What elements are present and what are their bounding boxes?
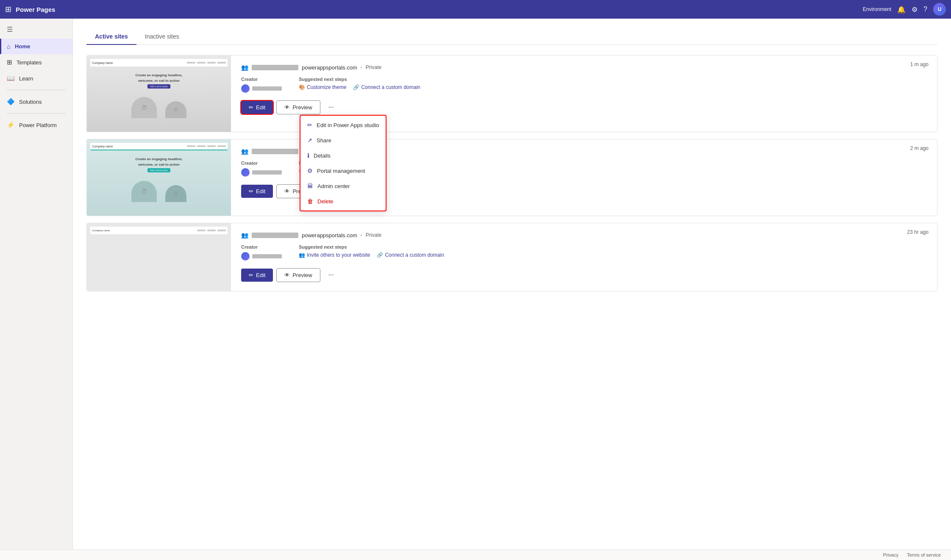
next-steps-1: 🎨 Customize theme 🔗 Connect a custom dom… [299, 84, 420, 90]
users-icon-3: 👥 [241, 232, 248, 238]
context-menu-share[interactable]: ↗ Share [300, 133, 386, 148]
templates-icon: ⊞ [7, 58, 12, 66]
solutions-icon: 🔷 [7, 98, 15, 105]
site-privacy-1: Private [366, 64, 381, 70]
sidebar-item-home[interactable]: ⌂ Home [0, 39, 72, 54]
settings-button[interactable]: ⚙ [912, 6, 918, 14]
next-step-label-3-1: Connect a custom domain [385, 252, 444, 258]
sidebar-divider-1 [7, 90, 66, 90]
creator-label-2: Creator [241, 161, 282, 166]
app-title: Power Pages [16, 6, 55, 13]
avatar[interactable]: U [933, 3, 946, 16]
creator-name-3 [252, 254, 282, 258]
site-card-2: Company name Create an engaging headline… [86, 139, 937, 216]
site-separator-3: - [361, 232, 362, 238]
site-separator-1: - [361, 64, 362, 70]
nextsteps-label-1: Suggested next steps [299, 77, 420, 82]
meta-nextsteps-1: Suggested next steps 🎨 Customize theme 🔗… [299, 77, 420, 93]
sidebar-label-power-platform: Power Platform [19, 122, 57, 128]
topbar-icons: Environment 🔔 ⚙ ? U [863, 3, 946, 16]
context-menu-edit-power-apps[interactable]: ✏ Edit in Power Apps studio [300, 117, 386, 133]
edit-button-1[interactable]: ✏ Edit [241, 101, 273, 114]
site-name-blurred-2 [252, 149, 298, 154]
context-menu-delete[interactable]: 🗑 Delete [300, 194, 386, 209]
sidebar-label-solutions: Solutions [19, 99, 42, 105]
sidebar: ☰ ⌂ Home ⊞ Templates 📖 Learn 🔷 Solutions… [0, 19, 73, 549]
context-menu-details[interactable]: ℹ Details [300, 148, 386, 163]
tab-active-sites[interactable]: Active sites [86, 29, 136, 45]
creator-avatar-2 [241, 168, 250, 177]
preview-icon-1: 👁 [284, 104, 290, 111]
creator-name-2 [252, 170, 282, 175]
site-name-blurred-1 [252, 65, 298, 70]
sidebar-item-learn[interactable]: 📖 Learn [0, 70, 72, 86]
site-domain-1: powerappsportals.com [302, 64, 357, 71]
sidebar-item-power-platform[interactable]: ⚡ Power Platform [0, 117, 72, 133]
sidebar-label-home: Home [15, 43, 30, 50]
context-details-icon: ℹ [307, 152, 309, 159]
site-thumbnail-1: Company name Create an engaging headline… [87, 55, 231, 132]
site-card-1: Company name Create an engaging headline… [86, 55, 937, 132]
next-step-1-1[interactable]: 🔗 Connect a custom domain [353, 84, 420, 90]
next-step-3-0[interactable]: 👥 Invite others to your website [299, 252, 370, 258]
sidebar-divider-2 [7, 113, 66, 114]
meta-creator-3: Creator [241, 244, 282, 261]
creator-avatar-1 [241, 84, 250, 93]
site-timestamp-1: 1 m ago [910, 61, 929, 67]
preview-icon-3: 👁 [284, 272, 290, 278]
learn-icon: 📖 [7, 75, 15, 82]
users-icon-1: 👥 [241, 64, 248, 71]
hamburger-menu[interactable]: ☰ [0, 22, 72, 37]
next-step-label-1-0: Customize theme [307, 84, 346, 90]
site-timestamp-2: 2 m ago [910, 145, 929, 151]
more-button-1[interactable]: ··· [324, 100, 339, 115]
next-step-label-3-0: Invite others to your website [307, 252, 370, 258]
context-edit-icon: ✏ [307, 122, 312, 128]
card-actions-1: ✏ Edit 👁 Preview ··· ✏ Edit in Power App… [241, 100, 927, 115]
preview-icon-2: 👁 [284, 188, 290, 194]
site-thumbnail-2: Company name Create an engaging headline… [87, 139, 231, 216]
site-meta-3: Creator Suggested next steps 👥 Invite ot… [241, 244, 927, 261]
sidebar-item-solutions[interactable]: 🔷 Solutions [0, 94, 72, 110]
site-timestamp-3: 23 hr ago [907, 229, 929, 235]
creator-name-1 [252, 86, 282, 91]
site-name-row-1: 👥 powerappsportals.com - Private [241, 64, 927, 71]
power-platform-icon: ⚡ [7, 121, 15, 129]
context-portal-icon: ⚙ [307, 167, 313, 174]
footer: Privacy Terms of service [0, 549, 951, 560]
preview-button-3[interactable]: 👁 Preview [276, 268, 320, 282]
next-steps-3: 👥 Invite others to your website 🔗 Connec… [299, 252, 444, 258]
terms-link[interactable]: Terms of service [907, 552, 941, 557]
main-content: Active sites Inactive sites Company name [73, 19, 951, 549]
context-portal-label: Portal management [317, 168, 365, 174]
preview-button-1[interactable]: 👁 Preview [276, 100, 320, 114]
context-menu: ✏ Edit in Power Apps studio ↗ Share ℹ De… [300, 115, 387, 211]
context-menu-admin-center[interactable]: 🏛 Admin center [300, 178, 386, 194]
privacy-link[interactable]: Privacy [883, 552, 898, 557]
creator-label-1: Creator [241, 77, 282, 82]
context-details-label: Details [314, 152, 331, 159]
site-name-blurred-3 [252, 233, 298, 238]
context-share-icon: ↗ [307, 137, 312, 144]
site-info-3: 23 hr ago 👥 powerappsportals.com - Priva… [231, 223, 937, 291]
context-share-label: Share [317, 137, 331, 144]
next-step-3-1[interactable]: 🔗 Connect a custom domain [377, 252, 444, 258]
help-button[interactable]: ? [923, 6, 927, 13]
edit-button-3[interactable]: ✏ Edit [241, 269, 273, 282]
edit-icon-3: ✏ [249, 272, 253, 278]
creator-avatar-3 [241, 252, 250, 261]
nextsteps-label-3: Suggested next steps [299, 244, 444, 250]
environment-label: Environment [863, 6, 891, 12]
context-edit-label: Edit in Power Apps studio [317, 122, 379, 128]
sidebar-item-templates[interactable]: ⊞ Templates [0, 54, 72, 70]
grid-icon[interactable]: ⊞ [5, 5, 11, 14]
meta-creator-1: Creator [241, 77, 282, 93]
context-menu-portal-management[interactable]: ⚙ Portal management [300, 163, 386, 178]
next-step-1-0[interactable]: 🎨 Customize theme [299, 84, 346, 90]
creator-label-3: Creator [241, 244, 282, 250]
notification-button[interactable]: 🔔 [897, 6, 906, 14]
more-button-3[interactable]: ··· [324, 267, 339, 283]
edit-button-2[interactable]: ✏ Edit [241, 185, 273, 198]
tab-inactive-sites[interactable]: Inactive sites [136, 29, 188, 45]
home-icon: ⌂ [7, 43, 11, 50]
